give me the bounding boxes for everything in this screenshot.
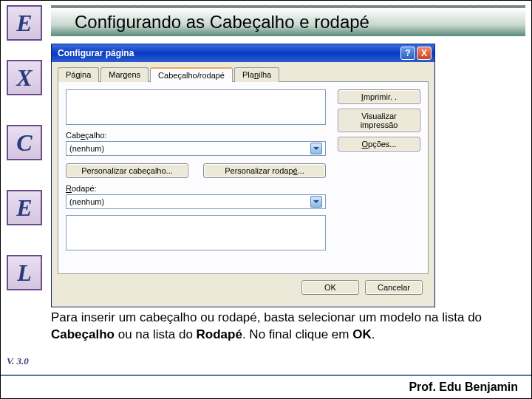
tab-strip: Página Margens Cabeçalho/rodapé Planilha <box>58 66 429 82</box>
customize-footer-button[interactable]: Personalizar rodapé... <box>203 163 326 178</box>
chevron-down-icon <box>310 196 322 208</box>
side-letter-e: E <box>7 5 42 41</box>
footer-author: Prof. Edu Benjamin <box>409 381 518 394</box>
tab-sheet[interactable]: Planilha <box>234 67 279 82</box>
tab-header-footer[interactable]: Cabeçalho/rodapé <box>150 67 233 82</box>
tab-panel: Imprimir. . Visualizar impressão Opções.… <box>58 82 429 274</box>
slide-title: Configurando as Cabeçalho e rodapé <box>75 12 369 33</box>
cancel-button[interactable]: Cancelar <box>365 280 423 295</box>
version-label: V. 3.0 <box>7 355 29 367</box>
header-select-value: (nenhum) <box>69 144 310 153</box>
print-button[interactable]: Imprimir. . <box>338 89 420 104</box>
dialog-titlebar: Configurar página ? X <box>52 44 434 62</box>
tab-label: Página <box>66 70 91 79</box>
header-label: Cabeçalho: <box>66 131 326 140</box>
slide-title-bar: Configurando as Cabeçalho e rodapé <box>51 5 525 36</box>
tab-page[interactable]: Página <box>58 67 99 82</box>
customize-header-button[interactable]: Personalizar cabeçalho... <box>66 163 188 178</box>
side-letter-x: X <box>7 60 42 95</box>
slide-caption: Para inserir um cabeçalho ou rodapé, bas… <box>51 310 522 344</box>
chevron-down-icon <box>310 143 322 154</box>
tab-label: Planilha <box>242 70 271 79</box>
side-letter-c: C <box>7 125 42 160</box>
dialog-title: Configurar página <box>55 48 399 58</box>
header-select[interactable]: (nenhum) <box>66 141 326 156</box>
footer-label: Rodapé: <box>66 184 326 193</box>
options-button[interactable]: Opções... <box>338 137 420 151</box>
print-preview-button[interactable]: Visualizar impressão <box>338 109 420 132</box>
close-button[interactable]: X <box>417 47 432 60</box>
side-letter-l: L <box>7 255 42 290</box>
page-setup-dialog: Configurar página ? X Página Margens Cab… <box>51 44 435 307</box>
help-button[interactable]: ? <box>400 47 415 60</box>
tab-margins[interactable]: Margens <box>100 67 149 82</box>
footer-divider <box>1 375 531 376</box>
footer-select[interactable]: (nenhum) <box>66 194 326 209</box>
ok-button[interactable]: OK <box>301 280 359 295</box>
footer-select-value: (nenhum) <box>69 197 310 206</box>
footer-preview <box>66 215 326 250</box>
header-preview <box>66 89 326 125</box>
side-letter-e2: E <box>7 190 42 225</box>
